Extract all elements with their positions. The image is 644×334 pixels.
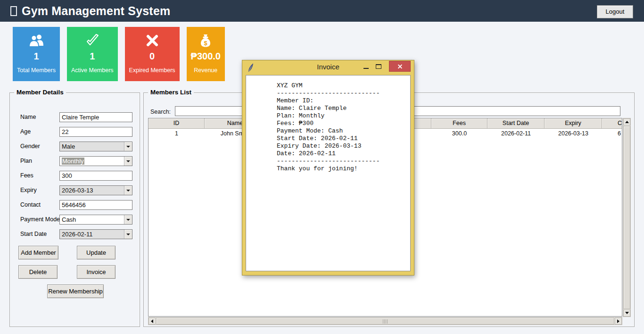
chevron-down-icon [126, 219, 130, 221]
expiry-field-row: Expiry 2026-03-13 [10, 185, 140, 195]
column-header-start-date[interactable]: Start Date [487, 118, 545, 129]
invoice-window-title: Invoice [242, 63, 414, 71]
total-members-label: Total Members [17, 67, 56, 74]
fees-input[interactable]: 300 [59, 171, 132, 181]
fees-label: Fees [20, 172, 33, 179]
cell-contact: 6 [602, 129, 622, 139]
contact-field-row: Contact 5646456 [10, 200, 140, 210]
x-icon [145, 33, 160, 49]
start-date-combobox[interactable]: 2026-02-11 [59, 229, 132, 239]
horizontal-scrollbar-thumb[interactable] [156, 317, 614, 325]
column-header-fees[interactable]: Fees [431, 118, 487, 129]
scroll-left-button[interactable] [149, 317, 156, 325]
missing-glyph-icon [10, 6, 17, 16]
logout-button[interactable]: Logout [597, 5, 633, 18]
cell-expiry: 2026-03-13 [545, 129, 602, 139]
name-input[interactable]: Claire Temple [59, 112, 132, 122]
gender-dropdown-button[interactable] [124, 142, 132, 151]
minimize-button[interactable] [361, 63, 372, 71]
column-header-contact[interactable]: Contact [602, 118, 622, 129]
renew-membership-button[interactable]: Renew Membership [47, 284, 104, 298]
start-date-label: Start Date [20, 231, 47, 237]
revenue-card: $ ₱300.0 Revenue [187, 27, 225, 81]
contact-input[interactable]: 5646456 [59, 200, 132, 210]
money-bag-icon: $ [198, 33, 213, 49]
invoice-text: XYZ GYM ---------------------------- Mem… [246, 75, 410, 173]
contact-label: Contact [20, 201, 41, 208]
maximize-icon [376, 64, 381, 69]
scroll-down-button[interactable] [623, 309, 630, 317]
check-icon [84, 33, 101, 49]
payment-mode-dropdown-button[interactable] [124, 215, 132, 224]
plan-combobox[interactable]: Monthly [59, 156, 132, 166]
payment-mode-label: Payment Mode [20, 216, 60, 223]
invoice-button[interactable]: Invoice [77, 265, 116, 279]
start-date-field-row: Start Date 2026-02-11 [10, 229, 140, 239]
cell-start-date: 2026-02-11 [487, 129, 545, 139]
invoice-content: XYZ GYM ---------------------------- Mem… [246, 75, 411, 271]
svg-text:$: $ [204, 40, 208, 47]
cell-id: 1 [149, 129, 205, 139]
maximize-button[interactable] [373, 63, 384, 71]
name-field-row: Name Claire Temple [10, 112, 140, 122]
arrow-down-icon [625, 312, 629, 314]
payment-mode-combobox[interactable]: Cash [59, 215, 132, 225]
total-members-value: 1 [33, 51, 39, 62]
members-list-title: Members List [148, 89, 194, 96]
close-button[interactable] [389, 61, 411, 72]
expired-members-value: 0 [149, 51, 155, 62]
scroll-right-button[interactable] [615, 317, 622, 325]
expired-members-card: 0 Expired Members [125, 27, 180, 81]
expiry-combobox[interactable]: 2026-03-13 [59, 185, 132, 195]
chevron-down-icon [126, 160, 130, 162]
delete-button[interactable]: Delete [18, 265, 58, 279]
gender-label: Gender [20, 143, 40, 150]
stats-cards: 1 Total Members 1 Active Members 0 Expir… [13, 27, 225, 81]
column-header-id[interactable]: ID [149, 118, 205, 129]
member-details-panel: Member Details Name Claire Temple Age 22… [9, 92, 140, 327]
age-field-row: Age 22 [10, 127, 140, 137]
expired-members-label: Expired Members [129, 67, 175, 74]
cell-fees: 300.0 [431, 129, 487, 139]
plan-label: Plan [20, 158, 32, 164]
expiry-dropdown-button[interactable] [124, 186, 132, 195]
app-header: Gym Management System Logout [0, 0, 644, 22]
scroll-up-button[interactable] [623, 118, 630, 125]
update-button[interactable]: Update [77, 246, 116, 259]
app-title-text: Gym Management System [22, 4, 170, 18]
members-icon [28, 33, 44, 49]
column-header-expiry[interactable]: Expiry [545, 118, 602, 129]
gender-field-row: Gender Male [10, 142, 140, 151]
start-date-dropdown-button[interactable] [124, 230, 132, 239]
arrow-left-icon [151, 319, 153, 323]
horizontal-scrollbar[interactable] [148, 317, 622, 325]
invoice-window: Invoice XYZ GYM ------------------------… [242, 60, 414, 276]
name-label: Name [20, 114, 36, 120]
revenue-value: ₱300.0 [191, 51, 221, 62]
plan-dropdown-button[interactable] [124, 157, 132, 166]
fees-field-row: Fees 300 [10, 171, 140, 181]
chevron-down-icon [126, 146, 130, 148]
revenue-label: Revenue [194, 67, 217, 74]
minimize-icon [363, 68, 369, 69]
vertical-scrollbar-thumb[interactable] [623, 126, 630, 309]
plan-field-row: Plan Monthly [10, 156, 140, 166]
selected-text: Monthly [62, 158, 84, 165]
vertical-scrollbar[interactable] [623, 118, 631, 317]
chevron-down-icon [126, 234, 130, 235]
arrow-right-icon [617, 319, 619, 323]
member-details-title: Member Details [14, 89, 66, 96]
search-label: Search: [150, 109, 171, 115]
page-title: Gym Management System [10, 4, 170, 18]
age-label: Age [20, 128, 31, 135]
add-member-button[interactable]: Add Member [18, 246, 58, 259]
expiry-label: Expiry [20, 187, 37, 193]
chevron-down-icon [126, 190, 130, 192]
gender-combobox[interactable]: Male [59, 142, 132, 151]
age-input[interactable]: 22 [59, 127, 132, 137]
active-members-label: Active Members [71, 67, 114, 74]
arrow-up-icon [625, 121, 629, 123]
payment-mode-field-row: Payment Mode Cash [10, 215, 140, 225]
invoice-titlebar[interactable]: Invoice [242, 60, 414, 75]
active-members-value: 1 [90, 51, 95, 62]
